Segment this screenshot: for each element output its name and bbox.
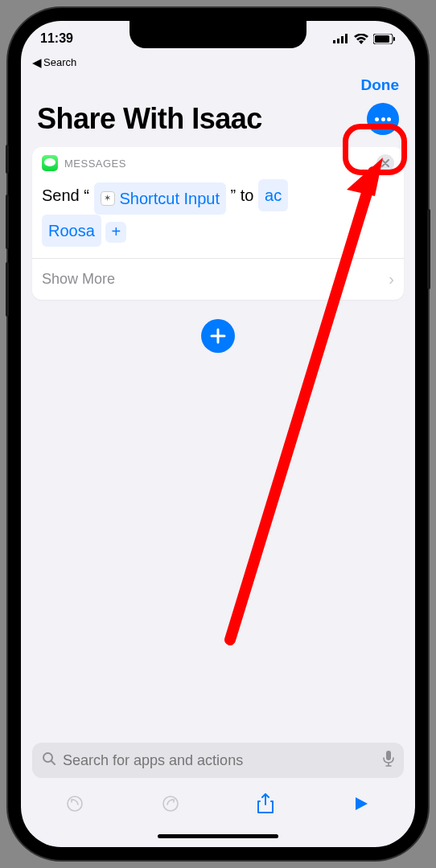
svg-point-12 <box>68 796 82 811</box>
play-icon <box>353 796 369 812</box>
undo-button[interactable] <box>59 794 91 813</box>
back-to-app[interactable]: ◀︎ Search <box>21 56 415 68</box>
more-options-button[interactable] <box>367 103 399 135</box>
search-bar[interactable] <box>32 743 404 778</box>
show-more-row[interactable]: Show More › <box>32 258 404 300</box>
shortcut-input-icon: ✶ <box>101 191 115 206</box>
add-action-button[interactable] <box>201 319 235 353</box>
input-token-label: Shortcut Input <box>120 184 220 213</box>
svg-rect-2 <box>341 36 343 43</box>
recipient-token-part2[interactable]: Roosa <box>42 215 101 247</box>
share-button[interactable] <box>249 793 282 814</box>
action-app-label: MESSAGES <box>64 158 126 170</box>
input-token[interactable]: ✶ Shortcut Input <box>94 182 227 215</box>
svg-line-10 <box>51 761 55 764</box>
ellipsis-icon <box>375 117 391 121</box>
remove-action-button[interactable] <box>376 154 394 172</box>
plus-icon <box>210 328 226 344</box>
back-app-label: Search <box>43 56 76 68</box>
wifi-icon <box>354 34 368 44</box>
bottom-toolbar <box>21 783 415 825</box>
done-button[interactable]: Done <box>361 76 400 94</box>
back-caret-icon: ◀︎ <box>32 56 42 68</box>
run-button[interactable] <box>345 796 377 812</box>
redo-button[interactable] <box>154 794 187 813</box>
recipient-token-part1[interactable]: ac <box>258 179 288 211</box>
action-body[interactable]: Send “ ✶ Shortcut Input ” to ac Roosa + <box>32 176 404 258</box>
svg-point-13 <box>163 796 178 811</box>
cellular-icon <box>333 34 349 43</box>
svg-rect-0 <box>333 40 335 43</box>
svg-rect-5 <box>375 35 389 43</box>
action-text-prefix: Send “ <box>42 186 89 204</box>
notch <box>130 21 306 48</box>
microphone-icon[interactable] <box>383 751 394 771</box>
show-more-label: Show More <box>42 271 115 288</box>
redo-icon <box>161 794 180 813</box>
chevron-right-icon: › <box>389 270 394 289</box>
svg-marker-14 <box>356 797 368 810</box>
svg-rect-6 <box>393 37 395 41</box>
share-icon <box>257 793 274 814</box>
search-icon <box>42 751 56 770</box>
svg-rect-11 <box>386 751 391 760</box>
home-indicator[interactable] <box>21 825 415 847</box>
action-card: MESSAGES Send “ ✶ Shortcut Input ” to ac… <box>32 147 404 300</box>
add-recipient-button[interactable]: + <box>105 222 126 243</box>
action-text-mid: ” to <box>231 186 254 204</box>
undo-icon <box>65 794 84 813</box>
close-icon <box>381 159 389 167</box>
messages-app-icon <box>42 155 58 171</box>
page-title: Share With Isaac <box>37 102 262 136</box>
svg-rect-3 <box>345 34 348 43</box>
status-icons <box>331 34 396 44</box>
status-time: 11:39 <box>40 31 105 46</box>
search-input[interactable] <box>63 752 376 769</box>
battery-icon <box>373 34 396 44</box>
svg-rect-1 <box>337 39 339 43</box>
